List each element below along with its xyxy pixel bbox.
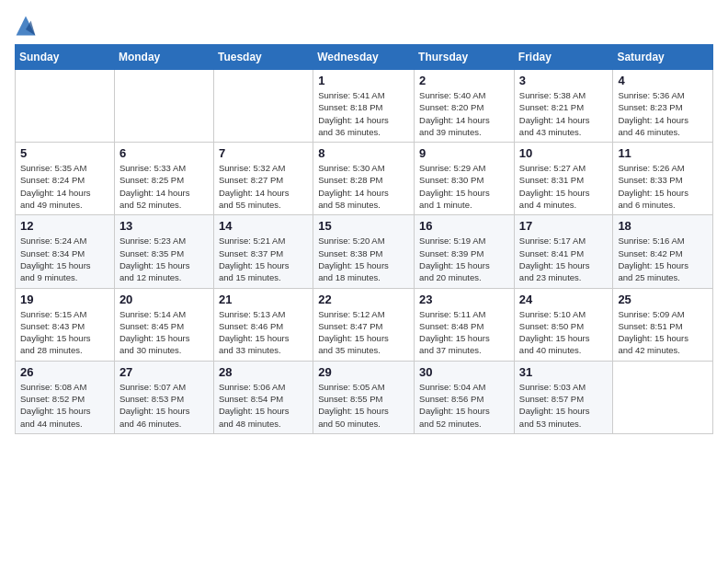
calendar-cell: 25Sunrise: 5:09 AM Sunset: 8:51 PM Dayli… [613, 288, 713, 361]
calendar-cell: 2Sunrise: 5:40 AM Sunset: 8:20 PM Daylig… [415, 70, 515, 143]
calendar-cell: 27Sunrise: 5:07 AM Sunset: 8:53 PM Dayli… [114, 361, 213, 433]
day-number: 6 [119, 146, 209, 160]
calendar-cell: 30Sunrise: 5:04 AM Sunset: 8:56 PM Dayli… [415, 361, 515, 433]
day-number: 19 [20, 293, 109, 306]
day-info: Sunrise: 5:23 AM Sunset: 8:35 PM Dayligh… [119, 235, 209, 283]
day-number: 1 [318, 74, 409, 87]
calendar-cell: 16Sunrise: 5:19 AM Sunset: 8:39 PM Dayli… [415, 215, 515, 288]
calendar-week-3: 12Sunrise: 5:24 AM Sunset: 8:34 PM Dayli… [16, 215, 713, 288]
day-info: Sunrise: 5:41 AM Sunset: 8:18 PM Dayligh… [318, 89, 409, 138]
day-info: Sunrise: 5:36 AM Sunset: 8:23 PM Dayligh… [618, 89, 708, 138]
day-number: 5 [20, 146, 109, 160]
day-info: Sunrise: 5:09 AM Sunset: 8:51 PM Dayligh… [618, 308, 708, 357]
day-number: 20 [119, 293, 209, 306]
calendar-cell: 13Sunrise: 5:23 AM Sunset: 8:35 PM Dayli… [114, 215, 213, 288]
day-number: 24 [519, 293, 609, 306]
day-number: 17 [519, 219, 609, 233]
day-info: Sunrise: 5:21 AM Sunset: 8:37 PM Dayligh… [219, 235, 308, 283]
calendar-cell: 24Sunrise: 5:10 AM Sunset: 8:50 PM Dayli… [514, 288, 613, 361]
calendar-cell [114, 70, 213, 143]
calendar-cell: 7Sunrise: 5:32 AM Sunset: 8:27 PM Daylig… [213, 143, 313, 215]
calendar-cell: 21Sunrise: 5:13 AM Sunset: 8:46 PM Dayli… [213, 288, 313, 361]
calendar-cell: 18Sunrise: 5:16 AM Sunset: 8:42 PM Dayli… [613, 215, 713, 288]
calendar-cell: 19Sunrise: 5:15 AM Sunset: 8:43 PM Dayli… [16, 288, 115, 361]
day-number: 3 [519, 74, 609, 87]
day-info: Sunrise: 5:03 AM Sunset: 8:57 PM Dayligh… [519, 381, 609, 430]
day-number: 28 [219, 365, 308, 379]
day-info: Sunrise: 5:10 AM Sunset: 8:50 PM Dayligh… [519, 308, 609, 357]
calendar-week-4: 19Sunrise: 5:15 AM Sunset: 8:43 PM Dayli… [16, 288, 713, 361]
day-number: 31 [519, 365, 609, 379]
calendar-cell: 9Sunrise: 5:29 AM Sunset: 8:30 PM Daylig… [415, 143, 515, 215]
calendar-cell: 29Sunrise: 5:05 AM Sunset: 8:55 PM Dayli… [313, 361, 415, 433]
day-number: 11 [618, 146, 708, 160]
calendar-header-row: SundayMondayTuesdayWednesdayThursdayFrid… [16, 45, 713, 70]
day-info: Sunrise: 5:29 AM Sunset: 8:30 PM Dayligh… [419, 162, 509, 211]
day-info: Sunrise: 5:30 AM Sunset: 8:28 PM Dayligh… [318, 162, 409, 211]
day-number: 22 [318, 293, 409, 306]
day-header-tuesday: Tuesday [213, 45, 313, 70]
day-header-wednesday: Wednesday [313, 45, 415, 70]
day-info: Sunrise: 5:33 AM Sunset: 8:25 PM Dayligh… [119, 162, 209, 211]
day-number: 15 [318, 219, 409, 233]
calendar-cell [613, 361, 713, 433]
calendar-cell: 26Sunrise: 5:08 AM Sunset: 8:52 PM Dayli… [16, 361, 115, 433]
calendar-cell: 15Sunrise: 5:20 AM Sunset: 8:38 PM Dayli… [313, 215, 415, 288]
day-info: Sunrise: 5:13 AM Sunset: 8:46 PM Dayligh… [219, 308, 308, 357]
day-info: Sunrise: 5:08 AM Sunset: 8:52 PM Dayligh… [20, 381, 109, 430]
calendar-cell: 14Sunrise: 5:21 AM Sunset: 8:37 PM Dayli… [213, 215, 313, 288]
calendar-cell: 10Sunrise: 5:27 AM Sunset: 8:31 PM Dayli… [514, 143, 613, 215]
day-header-thursday: Thursday [415, 45, 515, 70]
day-info: Sunrise: 5:12 AM Sunset: 8:47 PM Dayligh… [318, 308, 409, 357]
day-info: Sunrise: 5:14 AM Sunset: 8:45 PM Dayligh… [119, 308, 209, 357]
calendar-cell: 4Sunrise: 5:36 AM Sunset: 8:23 PM Daylig… [613, 70, 713, 143]
day-info: Sunrise: 5:35 AM Sunset: 8:24 PM Dayligh… [20, 162, 109, 211]
calendar-cell [213, 70, 313, 143]
day-number: 30 [419, 365, 509, 379]
calendar-cell: 8Sunrise: 5:30 AM Sunset: 8:28 PM Daylig… [313, 143, 415, 215]
calendar-cell: 31Sunrise: 5:03 AM Sunset: 8:57 PM Dayli… [514, 361, 613, 433]
day-info: Sunrise: 5:17 AM Sunset: 8:41 PM Dayligh… [519, 235, 609, 283]
day-info: Sunrise: 5:40 AM Sunset: 8:20 PM Dayligh… [419, 89, 509, 138]
calendar-cell [16, 70, 115, 143]
day-number: 14 [219, 219, 308, 233]
calendar-cell: 23Sunrise: 5:11 AM Sunset: 8:48 PM Dayli… [415, 288, 515, 361]
page-header [15, 15, 713, 37]
calendar-cell: 17Sunrise: 5:17 AM Sunset: 8:41 PM Dayli… [514, 215, 613, 288]
calendar-table: SundayMondayTuesdayWednesdayThursdayFrid… [15, 44, 713, 434]
day-number: 29 [318, 365, 409, 379]
day-info: Sunrise: 5:24 AM Sunset: 8:34 PM Dayligh… [20, 235, 109, 283]
day-number: 26 [20, 365, 109, 379]
day-number: 10 [519, 146, 609, 160]
day-header-saturday: Saturday [613, 45, 713, 70]
day-info: Sunrise: 5:27 AM Sunset: 8:31 PM Dayligh… [519, 162, 609, 211]
day-number: 8 [318, 146, 409, 160]
day-header-sunday: Sunday [16, 45, 115, 70]
calendar-cell: 28Sunrise: 5:06 AM Sunset: 8:54 PM Dayli… [213, 361, 313, 433]
logo-icon [15, 15, 37, 37]
day-number: 4 [618, 74, 708, 87]
calendar-cell: 3Sunrise: 5:38 AM Sunset: 8:21 PM Daylig… [514, 70, 613, 143]
calendar-week-2: 5Sunrise: 5:35 AM Sunset: 8:24 PM Daylig… [16, 143, 713, 215]
day-info: Sunrise: 5:32 AM Sunset: 8:27 PM Dayligh… [219, 162, 308, 211]
calendar-cell: 22Sunrise: 5:12 AM Sunset: 8:47 PM Dayli… [313, 288, 415, 361]
day-info: Sunrise: 5:15 AM Sunset: 8:43 PM Dayligh… [20, 308, 109, 357]
day-info: Sunrise: 5:19 AM Sunset: 8:39 PM Dayligh… [419, 235, 509, 283]
day-info: Sunrise: 5:26 AM Sunset: 8:33 PM Dayligh… [618, 162, 708, 211]
calendar-cell: 11Sunrise: 5:26 AM Sunset: 8:33 PM Dayli… [613, 143, 713, 215]
day-info: Sunrise: 5:11 AM Sunset: 8:48 PM Dayligh… [419, 308, 509, 357]
day-number: 23 [419, 293, 509, 306]
day-number: 16 [419, 219, 509, 233]
logo [15, 15, 40, 37]
calendar-week-1: 1Sunrise: 5:41 AM Sunset: 8:18 PM Daylig… [16, 70, 713, 143]
calendar-cell: 5Sunrise: 5:35 AM Sunset: 8:24 PM Daylig… [16, 143, 115, 215]
calendar-week-5: 26Sunrise: 5:08 AM Sunset: 8:52 PM Dayli… [16, 361, 713, 433]
day-number: 21 [219, 293, 308, 306]
day-header-friday: Friday [514, 45, 613, 70]
day-number: 27 [119, 365, 209, 379]
day-info: Sunrise: 5:20 AM Sunset: 8:38 PM Dayligh… [318, 235, 409, 283]
day-number: 7 [219, 146, 308, 160]
day-info: Sunrise: 5:04 AM Sunset: 8:56 PM Dayligh… [419, 381, 509, 430]
day-info: Sunrise: 5:38 AM Sunset: 8:21 PM Dayligh… [519, 89, 609, 138]
day-number: 18 [618, 219, 708, 233]
